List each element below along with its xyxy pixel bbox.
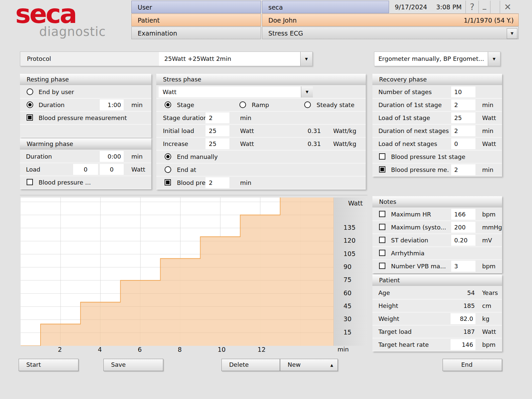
number-of-stages-input[interactable]: 10: [451, 86, 475, 97]
warming-load-input-1[interactable]: 0: [73, 164, 98, 175]
protocol-bar: Protocol 25Watt +25Watt 2min ▼: [20, 52, 313, 66]
y-tick-label: 90: [343, 263, 351, 270]
vpb-input[interactable]: 3: [451, 261, 475, 272]
recovery-bp-label: Blood pressure me.: [391, 164, 450, 176]
warming-duration-input[interactable]: 0:00: [100, 151, 124, 162]
increase-input[interactable]: 25: [205, 138, 229, 149]
warming-bp-row: Blood pressure ...: [20, 176, 151, 189]
spacer-cell: [490, 1, 500, 13]
recovery-bp-input[interactable]: 2: [451, 164, 475, 175]
notes-st-deviation-row: ST deviation 0.20 mV: [372, 234, 502, 246]
y-axis-title: Watt: [348, 200, 363, 207]
duration-next-stages-unit: min: [482, 125, 493, 137]
resting-duration-input[interactable]: 1:00: [100, 99, 124, 110]
stage-duration-input[interactable]: 2: [205, 112, 229, 123]
warming-load-unit: Watt: [131, 163, 145, 176]
warming-duration-row: Duration 0:00 min: [20, 150, 151, 163]
target-load-unit: Watt: [482, 326, 496, 338]
warming-duration-unit: min: [131, 150, 143, 163]
user-row-value[interactable]: seca: [262, 1, 389, 13]
save-button[interactable]: Save: [103, 359, 163, 371]
end-button[interactable]: End: [443, 359, 502, 371]
duration-1st-stage-label: Duration of 1st stage: [378, 99, 451, 111]
age-label: Age: [378, 287, 390, 299]
end-manually-radio[interactable]: [165, 153, 171, 160]
recovery-bp-checkbox[interactable]: [379, 166, 385, 173]
initial-load-input[interactable]: 25: [205, 125, 229, 136]
close-icon[interactable]: ✕: [500, 1, 515, 13]
increase-per-kg-unit: Watt/kg: [333, 138, 356, 150]
st-deviation-checkbox[interactable]: [379, 237, 385, 243]
max-hr-checkbox[interactable]: [379, 211, 385, 217]
max-systolic-input[interactable]: 200: [451, 222, 475, 233]
warming-phase-title: Warming phase: [20, 138, 151, 150]
increase-row: Increase 25 Watt 0.31 Watt/kg: [156, 138, 366, 150]
st-deviation-input[interactable]: 0.20: [451, 235, 475, 246]
target-hr-unit: bpm: [482, 338, 495, 351]
protocol-select[interactable]: 25Watt +25Watt 2min: [159, 52, 301, 66]
recovery-dur1-row: Duration of 1st stage 2 min: [372, 99, 502, 111]
height-unit: cm: [482, 300, 491, 312]
load-1st-stage-input[interactable]: 25: [451, 112, 475, 123]
weight-input[interactable]: 82.0: [451, 313, 475, 324]
duration-1st-stage-input[interactable]: 2: [451, 99, 475, 110]
duration-1st-stage-unit: min: [482, 99, 493, 111]
end-at-radio[interactable]: [165, 166, 171, 173]
stress-mode-select[interactable]: Watt: [159, 86, 301, 97]
max-systolic-checkbox[interactable]: [379, 224, 385, 230]
resting-bp-checkbox[interactable]: [27, 114, 33, 121]
patient-row-value[interactable]: Doe John 1/1/1970 (54 Y.): [262, 14, 519, 26]
system-area: 9/17/2024 3:08 PM ? _ ✕: [390, 1, 519, 14]
recovery-bp-row: Blood pressure me. 2 min: [372, 164, 502, 176]
stress-type-row: Stage Ramp Steady state: [156, 99, 366, 111]
recovery-stages-row: Number of stages 10: [372, 86, 502, 98]
start-button[interactable]: Start: [19, 359, 78, 371]
recovery-bp-first-checkbox[interactable]: [379, 153, 385, 160]
stage-radio[interactable]: [165, 101, 171, 108]
duration-next-stages-input[interactable]: 2: [451, 125, 475, 136]
end-by-user-radio[interactable]: [27, 88, 33, 95]
vpb-checkbox[interactable]: [379, 263, 385, 269]
warming-phase-panel: Warming phase Duration 0:00 min Load 0 0…: [20, 138, 151, 189]
examination-name: Stress ECG: [268, 30, 303, 37]
minimize-icon[interactable]: _: [479, 0, 490, 15]
device-dropdown-button[interactable]: ▼: [488, 52, 500, 66]
max-hr-input[interactable]: 166: [451, 209, 475, 220]
warming-load-input-2[interactable]: 0: [100, 164, 124, 175]
stage-duration-label: Stage duration: [163, 112, 207, 124]
protocol-dropdown-button[interactable]: ▼: [300, 52, 312, 66]
delete-button[interactable]: Delete: [221, 359, 280, 371]
initial-load-row: Initial load 25 Watt 0.31 Watt/kg: [156, 125, 366, 137]
new-button[interactable]: New ▲: [280, 359, 338, 371]
stress-bp-checkbox[interactable]: [165, 179, 171, 186]
ramp-radio[interactable]: [239, 101, 246, 108]
stress-bp-unit: min: [240, 177, 251, 189]
patient-name: Doe John: [268, 17, 297, 24]
duration-radio[interactable]: [27, 101, 33, 108]
device-value: Ergometer manually, BP Ergomet...: [378, 52, 487, 66]
arrhythmia-checkbox[interactable]: [379, 250, 385, 256]
end-manually-label: End manually: [177, 151, 218, 163]
examination-row-value[interactable]: Stress ECG ▼: [262, 27, 519, 39]
target-load-value: 187: [449, 326, 475, 338]
initial-load-unit: Watt: [240, 125, 254, 137]
initial-load-per-kg-unit: Watt/kg: [333, 125, 356, 137]
target-hr-input[interactable]: 146: [451, 339, 475, 350]
height-row: Height 185 cm: [372, 300, 502, 312]
notes-panel: Notes Maximum HR 166 bpm Maximum (systo.…: [372, 196, 502, 273]
stress-bp-input[interactable]: 2: [205, 177, 229, 188]
stress-mode-dropdown-button[interactable]: ▼: [301, 86, 313, 97]
stress-bp-row: Blood pressure me. 2 min: [156, 177, 366, 189]
load-next-stages-input[interactable]: 0: [451, 138, 475, 149]
initial-load-per-kg: 0.31: [298, 125, 321, 137]
notes-max-hr-row: Maximum HR 166 bpm: [372, 208, 502, 220]
weight-label: Weight: [378, 313, 399, 325]
warming-bp-checkbox[interactable]: [27, 179, 33, 185]
chart-y-axis-strip: Watt 153045607590105120135: [333, 198, 367, 346]
vpb-label: Number VPB ma...: [391, 260, 450, 272]
help-icon[interactable]: ?: [466, 1, 478, 13]
device-select[interactable]: Ergometer manually, BP Ergomet... ▼: [374, 52, 500, 66]
increase-per-kg: 0.31: [298, 138, 321, 150]
examination-dropdown-button[interactable]: ▼: [507, 28, 517, 39]
steady-state-radio[interactable]: [304, 101, 311, 108]
